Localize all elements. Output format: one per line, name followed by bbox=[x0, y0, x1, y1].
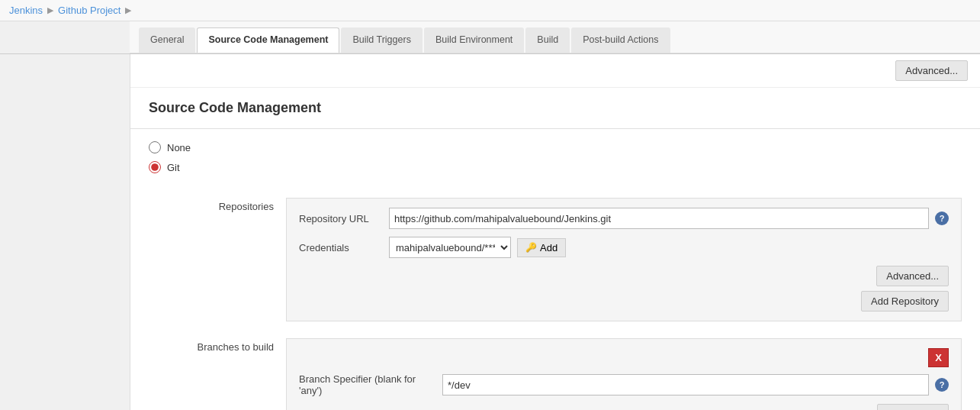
breadcrumb: Jenkins ▶ Github Project ▶ bbox=[0, 0, 980, 21]
branches-row: Branches to build X Branch Specifier (bl… bbox=[149, 334, 962, 410]
credentials-label: Credentials bbox=[299, 242, 383, 253]
credentials-select[interactable]: mahipalvaluebound/****** bbox=[389, 237, 511, 258]
branches-box: X Branch Specifier (blank for 'any') ? A… bbox=[286, 338, 962, 410]
repo-url-input[interactable] bbox=[389, 208, 929, 229]
breadcrumb-sep-1: ▶ bbox=[47, 5, 53, 15]
add-branch-row: Add Branch bbox=[299, 404, 949, 410]
branch-specifier-label: Branch Specifier (blank for 'any') bbox=[299, 373, 436, 396]
content-area: Advanced... Source Code Management None … bbox=[130, 54, 980, 410]
repo-url-label: Repository URL bbox=[299, 213, 383, 224]
add-branch-button[interactable]: Add Branch bbox=[877, 404, 949, 410]
tab-general[interactable]: General bbox=[139, 27, 195, 53]
tab-build[interactable]: Build bbox=[525, 27, 570, 53]
branch-specifier-row: Branch Specifier (blank for 'any') ? bbox=[299, 373, 949, 396]
scm-options: None Git bbox=[130, 129, 980, 193]
top-advanced-button[interactable]: Advanced... bbox=[895, 60, 968, 81]
config-section: Repositories Repository URL ? Credential… bbox=[149, 193, 962, 410]
repositories-row: Repositories Repository URL ? Credential… bbox=[149, 193, 962, 334]
main-area: Advanced... Source Code Management None … bbox=[0, 54, 980, 410]
radio-none[interactable] bbox=[149, 141, 161, 153]
repositories-label: Repositories bbox=[149, 193, 286, 220]
radio-git[interactable] bbox=[149, 161, 161, 173]
breadcrumb-jenkins[interactable]: Jenkins bbox=[9, 5, 43, 16]
add-credentials-button[interactable]: 🔑 Add bbox=[517, 238, 566, 257]
top-advanced-row: Advanced... bbox=[130, 54, 980, 88]
repo-url-help-icon[interactable]: ? bbox=[935, 211, 949, 225]
branch-specifier-input[interactable] bbox=[442, 374, 929, 395]
add-repository-row: Add Repository bbox=[299, 291, 949, 312]
key-icon: 🔑 bbox=[525, 242, 537, 253]
branches-content: X Branch Specifier (blank for 'any') ? A… bbox=[286, 334, 962, 410]
branch-specifier-help-icon[interactable]: ? bbox=[935, 378, 949, 392]
repo-box: Repository URL ? Credentials mahipalvalu… bbox=[286, 198, 962, 321]
radio-none-label: None bbox=[167, 142, 191, 153]
repositories-content: Repository URL ? Credentials mahipalvalu… bbox=[286, 193, 962, 334]
add-credentials-label: Add bbox=[540, 242, 557, 253]
section-title: Source Code Management bbox=[130, 88, 980, 129]
tabs: General Source Code Management Build Tri… bbox=[130, 21, 980, 53]
repo-advanced-button[interactable]: Advanced... bbox=[876, 266, 949, 286]
tab-build-environment[interactable]: Build Environment bbox=[424, 27, 524, 53]
radio-option-git: Git bbox=[149, 161, 962, 173]
add-repository-button[interactable]: Add Repository bbox=[861, 291, 949, 312]
breadcrumb-github-project[interactable]: Github Project bbox=[58, 5, 120, 16]
tab-build-triggers[interactable]: Build Triggers bbox=[341, 27, 422, 53]
tab-source-code-management[interactable]: Source Code Management bbox=[197, 27, 339, 53]
radio-git-label: Git bbox=[167, 162, 180, 173]
remove-branch-button[interactable]: X bbox=[928, 348, 949, 367]
repo-url-row: Repository URL ? bbox=[299, 208, 949, 229]
branches-header: X bbox=[299, 348, 949, 367]
credentials-row: Credentials mahipalvaluebound/****** 🔑 A… bbox=[299, 237, 949, 258]
tab-post-build-actions[interactable]: Post-build Actions bbox=[571, 27, 670, 53]
left-sidebar bbox=[0, 54, 130, 410]
branches-label: Branches to build bbox=[149, 334, 286, 360]
radio-option-none: None bbox=[149, 141, 962, 153]
breadcrumb-sep-2: ▶ bbox=[125, 5, 131, 15]
repo-actions: Advanced... bbox=[299, 266, 949, 286]
